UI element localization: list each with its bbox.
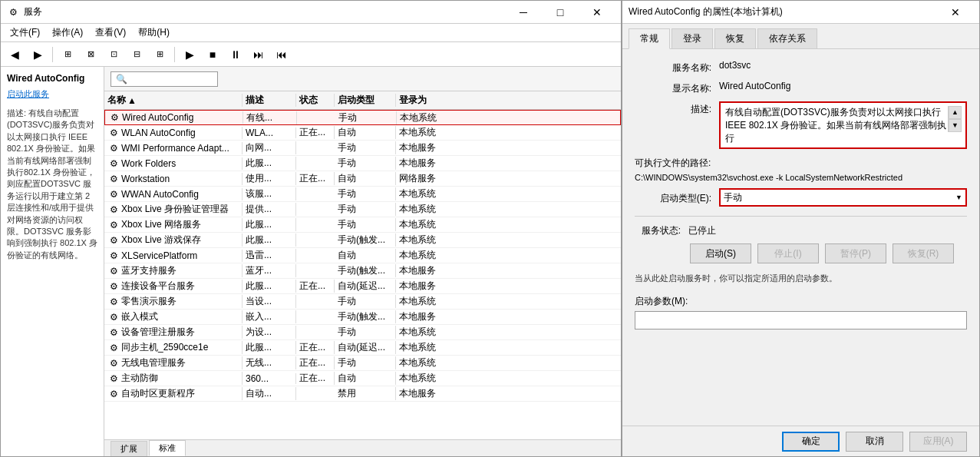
list-item[interactable]: ⚙ 自动时区更新程序 自动... 禁用 本地服务 (104, 386, 621, 402)
exec-path-label: 可执行文件的路径: (635, 155, 711, 170)
toolbar-btn-3[interactable]: ⊡ (103, 45, 124, 64)
back-button[interactable]: ◀ (4, 45, 25, 64)
start-service-button[interactable]: 启动(S) (690, 243, 751, 263)
props-close-button[interactable]: ✕ (938, 1, 973, 24)
col-header-status[interactable]: 状态 (296, 94, 335, 107)
toolbar-separator-2 (174, 47, 175, 62)
close-button[interactable]: ✕ (579, 1, 615, 24)
props-window-title: Wired AutoConfig 的属性(本地计算机) (629, 5, 783, 18)
col-header-name[interactable]: 名称 ▲ (104, 94, 243, 107)
tab-login[interactable]: 登录 (671, 28, 713, 48)
list-item[interactable]: ⚙ 蓝牙支持服务 蓝牙... 手动(触发... 本地服务 (104, 263, 621, 279)
service-name-label: 服务名称: (635, 60, 711, 75)
service-list: ⚙ Wired AutoConfig 有线... 手动 本地系统 ⚙ WLAN … (104, 110, 621, 439)
list-item[interactable]: ⚙ Work Folders 此服... 手动 本地服务 (104, 156, 621, 171)
skip-button[interactable]: ⏮ (271, 45, 292, 64)
list-item[interactable]: ⚙ 设备管理注册服务 为设... 手动 本地系统 (104, 325, 621, 340)
stop-service-button[interactable]: 停止(I) (757, 243, 819, 263)
sidebar-panel: Wired AutoConfig 启动此服务 描述: 有线自动配置(DOT3SV… (1, 67, 104, 456)
search-box[interactable]: 🔍 (111, 71, 218, 87)
tab-recovery[interactable]: 恢复 (714, 28, 756, 48)
start-params-input[interactable] (635, 311, 967, 330)
ok-button[interactable]: 确定 (782, 432, 840, 452)
description-label: 描述: (635, 101, 711, 116)
props-title-bar: Wired AutoConfig 的属性(本地计算机) ✕ (622, 1, 979, 24)
list-item[interactable]: ⚙ XLServicePlatform 迅雷... 自动 本地系统 (104, 248, 621, 263)
display-name-value: Wired AutoConfig (719, 81, 967, 91)
cancel-button[interactable]: 取消 (846, 432, 903, 452)
list-item[interactable]: ⚙ 主动防御 360... 正在... 自动 本地系统 (104, 371, 621, 386)
display-name-row: 显示名称: Wired AutoConfig (635, 81, 967, 95)
description-row: 描述: 有线自动配置(DOT3SVC)服务负责对以太网接口执行 IEEE 802… (635, 101, 967, 149)
search-input[interactable] (127, 75, 212, 84)
list-item[interactable]: ⚙ Wired AutoConfig 有线... 手动 本地系统 (104, 110, 621, 125)
sidebar-start-link[interactable]: 启动此服务 (7, 88, 97, 100)
stop-button[interactable]: ■ (202, 45, 223, 64)
pause-button[interactable]: ⏸ (225, 45, 246, 64)
startup-type-select[interactable]: 自动 自动(延迟启动) 手动 禁用 ▼ (719, 188, 967, 207)
tab-standard[interactable]: 标准 (149, 440, 186, 456)
col-header-login[interactable]: 登录为 (396, 94, 457, 107)
tab-dependencies[interactable]: 依存关系 (757, 28, 817, 48)
list-item[interactable]: ⚙ 无线电管理服务 无线... 正在... 手动 本地系统 (104, 356, 621, 371)
exec-path-row: 可执行文件的路径: C:\WINDOWS\system32\svchost.ex… (635, 155, 967, 182)
menu-action[interactable]: 操作(A) (46, 25, 89, 41)
service-icon: ⚙ (107, 173, 120, 185)
forward-button[interactable]: ▶ (27, 45, 48, 64)
service-control-buttons: 启动(S) 停止(I) 暂停(P) 恢复(R) (635, 243, 967, 263)
service-icon: ⚙ (107, 188, 120, 200)
menu-bar: 文件(F) 操作(A) 查看(V) 帮助(H) (1, 24, 621, 42)
toolbar-btn-4[interactable]: ⊟ (126, 45, 147, 64)
list-item[interactable]: ⚙ 连接设备平台服务 此服... 正在... 自动(延迟... 本地服务 (104, 279, 621, 294)
service-icon: ⚙ (107, 311, 120, 323)
service-icon: ⚙ (107, 296, 120, 308)
resume-service-button[interactable]: 恢复(R) (893, 243, 954, 263)
services-window: ⚙ 服务 ─ □ ✕ 文件(F) 操作(A) 查看(V) 帮助(H) ◀ ▶ ⊞… (0, 0, 622, 457)
menu-help[interactable]: 帮助(H) (132, 25, 176, 41)
startup-type-dropdown[interactable]: 自动 自动(延迟启动) 手动 禁用 (724, 192, 955, 203)
pause-service-button[interactable]: 暂停(P) (825, 243, 886, 263)
props-tabs: 常规 登录 恢复 依存关系 (622, 24, 979, 49)
tab-general[interactable]: 常规 (629, 28, 670, 49)
hint-text: 当从此处启动服务时，你可以指定所适用的启动参数。 (635, 273, 967, 284)
list-item[interactable]: ⚙ Xbox Live 网络服务 此服... 手动 本地系统 (104, 217, 621, 233)
service-icon: ⚙ (107, 234, 120, 247)
list-item[interactable]: ⚙ Xbox Live 身份验证管理器 提供... 手动 本地系统 (104, 202, 621, 217)
services-body: Wired AutoConfig 启动此服务 描述: 有线自动配置(DOT3SV… (1, 67, 621, 456)
status-section: 服务状态: 已停止 启动(S) 停止(I) 暂停(P) 恢复(R) (635, 216, 967, 263)
list-item[interactable]: ⚙ Xbox Live 游戏保存 此服... 手动(触发... 本地系统 (104, 233, 621, 248)
service-icon: ⚙ (107, 326, 120, 339)
maximize-button[interactable]: □ (543, 1, 578, 24)
minimize-button[interactable]: ─ (506, 1, 541, 24)
restart-button[interactable]: ⏭ (248, 45, 269, 64)
sidebar-description: 描述: 有线自动配置(DOT3SVC)服务负责对以太网接口执行 IEEE 802… (7, 108, 97, 261)
toolbar-btn-1[interactable]: ⊞ (57, 45, 78, 64)
service-icon: ⚙ (107, 357, 120, 369)
exec-path-value: C:\WINDOWS\system32\svchost.exe -k Local… (635, 173, 902, 182)
list-item[interactable]: ⚙ Workstation 使用... 正在... 自动 网络服务 (104, 171, 621, 187)
play-button[interactable]: ▶ (179, 45, 200, 64)
service-icon: ⚙ (107, 157, 120, 170)
toolbar-btn-2[interactable]: ⊠ (80, 45, 101, 64)
sidebar-service-title: Wired AutoConfig (7, 73, 97, 84)
list-item[interactable]: ⚙ 嵌入模式 嵌入... 手动(触发... 本地服务 (104, 310, 621, 325)
col-header-startup[interactable]: 启动类型 (335, 94, 396, 107)
services-title-bar: ⚙ 服务 ─ □ ✕ (1, 1, 621, 24)
list-item[interactable]: ⚙ WMI Performance Adapt... 向网... 手动 本地服务 (104, 141, 621, 156)
col-header-desc[interactable]: 描述 (243, 94, 296, 107)
startup-type-row: 启动类型(E): 自动 自动(延迟启动) 手动 禁用 ▼ (635, 188, 967, 207)
menu-view[interactable]: 查看(V) (89, 25, 132, 41)
menu-file[interactable]: 文件(F) (4, 25, 46, 41)
toolbar-btn-5[interactable]: ⊞ (149, 45, 170, 64)
list-item[interactable]: ⚙ 同步主机_2590cce1e 此服... 正在... 自动(延迟... 本地… (104, 340, 621, 356)
scroll-up-button[interactable]: ▲ (949, 106, 962, 119)
list-item[interactable]: ⚙ WLAN AutoConfig WLA... 正在... 自动 本地系统 (104, 125, 621, 141)
description-box: 有线自动配置(DOT3SVC)服务负责对以太网接口执行 IEEE 802.1X … (719, 101, 967, 149)
list-item[interactable]: ⚙ 零售演示服务 当设... 手动 本地系统 (104, 294, 621, 310)
start-params-section: 启动参数(M): (635, 295, 967, 330)
list-item[interactable]: ⚙ WWAN AutoConfig 该服... 手动 本地系统 (104, 187, 621, 202)
scroll-down-button[interactable]: ▼ (949, 119, 962, 132)
apply-button[interactable]: 应用(A) (909, 432, 967, 452)
tab-extended[interactable]: 扩展 (111, 441, 147, 456)
service-icon: ⚙ (107, 373, 120, 385)
